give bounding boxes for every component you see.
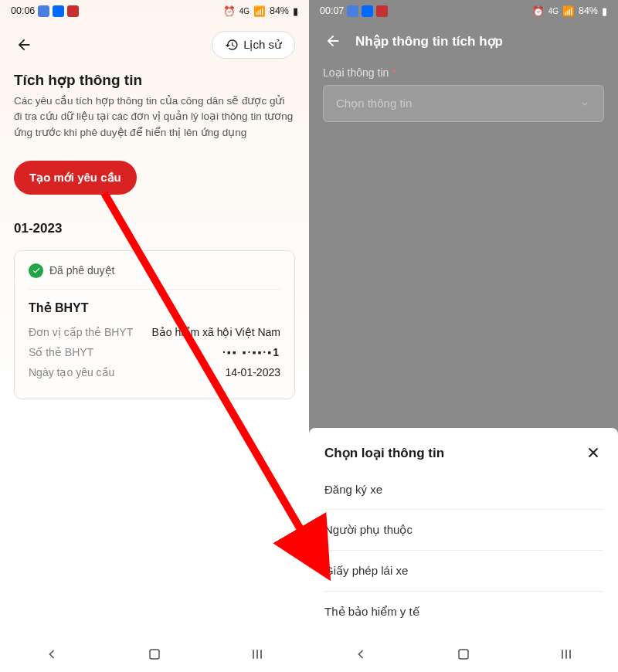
phone-screen-left: 00:06 ⏰ 4G 📶 84% ▮ Lịch sử Tích hợp thôn… — [0, 0, 309, 672]
app-notification-icon — [67, 5, 79, 17]
network-badge: 4G — [239, 7, 250, 15]
signal-icon: 📶 — [253, 5, 266, 17]
phone-screen-right: 00:07 ⏰ 4G 📶 84% ▮ Nhập thông tin tích h… — [309, 0, 618, 672]
card-status-row: Đã phê duyệt — [29, 263, 280, 290]
select-placeholder: Chọn thông tin — [336, 97, 412, 110]
zalo-icon — [53, 5, 64, 17]
nav-recent-icon — [559, 647, 574, 662]
sheet-item-driver-license[interactable]: Giấy phép lái xe — [324, 551, 603, 592]
close-icon — [585, 444, 602, 461]
network-badge: 4G — [548, 7, 559, 15]
request-card[interactable]: Đã phê duyệt Thẻ BHYT Đơn vị cấp thẻ BHY… — [14, 250, 295, 399]
card-label: Số thẻ BHYT — [29, 346, 93, 358]
check-circle-icon — [29, 263, 43, 278]
battery-text: 84% — [579, 5, 598, 16]
arrow-left-icon — [15, 36, 32, 53]
status-time: 00:07 — [320, 5, 344, 16]
card-title: Thẻ BHYT — [29, 300, 280, 315]
close-button[interactable] — [584, 443, 603, 462]
notification-icon — [38, 5, 49, 17]
status-bar: 00:06 ⏰ 4G 📶 84% ▮ — [0, 0, 309, 22]
status-bar: 00:07 ⏰ 4G 📶 84% ▮ — [309, 0, 618, 22]
card-row-date: Ngày tạo yêu cầu 14-01-2023 — [29, 366, 280, 378]
nav-back-button[interactable] — [43, 646, 60, 663]
required-indicator: * — [392, 66, 396, 79]
page-title: Tích hợp thông tin — [14, 71, 295, 89]
chevron-down-icon — [579, 97, 591, 110]
month-header: 01-2023 — [14, 221, 295, 236]
nav-recent-icon — [250, 647, 265, 662]
sheet-item-dependents[interactable]: Người phụ thuộc — [324, 510, 603, 551]
sheet-title: Chọn loại thông tin — [324, 445, 444, 461]
form-body: Loại thông tin * Chọn thông tin — [309, 60, 618, 128]
history-button[interactable]: Lịch sử — [212, 31, 295, 59]
card-value: 14-01-2023 — [225, 366, 280, 378]
field-label-text: Loại thông tin — [323, 66, 389, 79]
card-value: Bảo hiểm xã hội Việt Nam — [152, 326, 280, 338]
info-type-select[interactable]: Chọn thông tin — [323, 85, 604, 122]
status-time: 00:06 — [11, 5, 35, 16]
app-notification-icon — [376, 5, 388, 17]
page-subtitle: Các yêu cầu tích hợp thông tin của công … — [14, 93, 295, 141]
svg-rect-1 — [459, 650, 468, 659]
history-label: Lịch sử — [243, 38, 282, 52]
battery-icon: ▮ — [602, 5, 607, 17]
bottom-sheet: Chọn loại thông tin Đăng ký xe Người phụ… — [309, 428, 618, 636]
card-status-text: Đã phê duyệt — [49, 264, 115, 277]
sheet-item-vehicle-registration[interactable]: Đăng ký xe — [324, 470, 603, 510]
zalo-icon — [362, 5, 373, 17]
nav-recent-button[interactable] — [558, 646, 575, 663]
content-area: Tích hợp thông tin Các yêu cầu tích hợp … — [0, 68, 309, 399]
alarm-icon: ⏰ — [532, 5, 545, 17]
back-button[interactable] — [323, 31, 343, 51]
battery-text: 84% — [270, 5, 289, 16]
card-value-redacted: ·▪▪ ▪·▪▪·▪1 — [222, 346, 280, 358]
svg-rect-0 — [150, 650, 159, 659]
field-label: Loại thông tin * — [323, 66, 604, 79]
signal-icon: 📶 — [562, 5, 575, 17]
alarm-icon: ⏰ — [223, 5, 236, 17]
card-row-number: Số thẻ BHYT ·▪▪ ▪·▪▪·▪1 — [29, 346, 280, 358]
nav-home-button[interactable] — [455, 646, 472, 663]
nav-back-icon — [44, 647, 59, 662]
app-bar: Lịch sử — [0, 22, 309, 68]
nav-bar — [309, 636, 618, 672]
sheet-header: Chọn loại thông tin — [324, 443, 603, 462]
nav-back-button[interactable] — [352, 646, 369, 663]
nav-home-icon — [148, 647, 161, 661]
create-request-button[interactable]: Tạo mới yêu cầu — [14, 161, 137, 195]
notification-icon — [347, 5, 358, 17]
battery-icon: ▮ — [293, 5, 298, 17]
nav-recent-button[interactable] — [249, 646, 266, 663]
nav-home-button[interactable] — [146, 646, 163, 663]
card-label: Ngày tạo yêu cầu — [29, 366, 114, 378]
back-button[interactable] — [14, 35, 34, 55]
card-row-issuer: Đơn vị cấp thẻ BHYT Bảo hiểm xã hội Việt… — [29, 326, 280, 338]
app-bar-title: Nhập thông tin tích hợp — [355, 33, 503, 49]
card-label: Đơn vị cấp thẻ BHYT — [29, 326, 133, 338]
app-bar: Nhập thông tin tích hợp — [309, 22, 618, 60]
arrow-left-icon — [324, 32, 341, 49]
sheet-item-health-insurance[interactable]: Thẻ bảo hiểm y tế — [324, 592, 603, 632]
history-icon — [225, 38, 239, 52]
nav-home-icon — [457, 647, 470, 661]
nav-bar — [0, 636, 309, 672]
nav-back-icon — [353, 647, 368, 662]
